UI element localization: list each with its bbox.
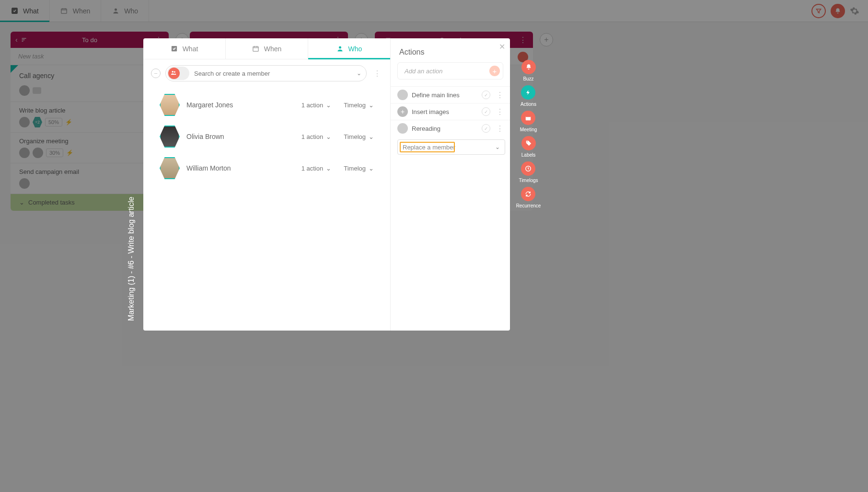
- modal-tab-when[interactable]: When: [226, 38, 308, 59]
- replace-placeholder: Replace a member: [403, 144, 455, 151]
- avatar: [160, 94, 180, 116]
- rail-timelogs[interactable]: Timelogs: [519, 161, 538, 183]
- avatar: [160, 126, 180, 148]
- action-label: Rereading: [412, 125, 440, 132]
- close-button[interactable]: ✕: [499, 42, 505, 51]
- chevron-down-icon[interactable]: ⌄: [357, 70, 361, 77]
- calendar-icon: [521, 111, 535, 125]
- timelog-dropdown[interactable]: Timelog⌄: [344, 133, 374, 140]
- complete-toggle[interactable]: ✓: [482, 124, 490, 133]
- rail-recurrence[interactable]: Recurrence: [516, 187, 541, 208]
- chevron-down-icon: ⌄: [326, 165, 331, 172]
- member-search[interactable]: ⌄: [165, 65, 367, 81]
- actions-panel: ✕ Actions Add an action + Define main li…: [391, 38, 510, 331]
- refresh-icon: [521, 187, 535, 201]
- member-row[interactable]: Margaret Jones 1 action⌄ Timelog⌄: [143, 89, 390, 121]
- avatar: [160, 157, 180, 179]
- task-modal: What When Who −: [143, 38, 510, 331]
- svg-point-7: [174, 71, 175, 73]
- timelog-dropdown[interactable]: Timelog⌄: [344, 165, 374, 172]
- bell-icon: [521, 60, 536, 74]
- search-menu[interactable]: ⋮: [371, 69, 382, 78]
- actions-dropdown[interactable]: 1 action⌄: [301, 102, 332, 109]
- timelog-dropdown[interactable]: Timelog⌄: [344, 102, 374, 109]
- action-menu[interactable]: ⋮: [494, 124, 505, 133]
- modal-tab-what[interactable]: What: [143, 38, 226, 59]
- complete-toggle[interactable]: ✓: [482, 91, 490, 99]
- group-toggle[interactable]: [167, 67, 189, 80]
- chevron-down-icon: ⌄: [369, 102, 374, 109]
- member-list: Margaret Jones 1 action⌄ Timelog⌄ Olivia…: [143, 87, 390, 186]
- chevron-down-icon: ⌄: [369, 133, 374, 140]
- modal-vertical-title: Marketing (1) - #6 - Write blog article: [127, 197, 136, 321]
- complete-toggle[interactable]: ✓: [482, 107, 490, 116]
- action-menu[interactable]: ⋮: [494, 91, 505, 100]
- svg-rect-9: [526, 116, 531, 117]
- action-menu[interactable]: ⋮: [494, 107, 505, 116]
- rail-label: Buzz: [523, 76, 533, 81]
- add-action-input[interactable]: Add an action +: [397, 62, 503, 80]
- action-label: Insert images: [412, 108, 449, 115]
- svg-point-6: [172, 71, 174, 73]
- actions-title: Actions: [391, 38, 510, 62]
- calendar-icon: [252, 45, 259, 52]
- member-row[interactable]: William Morton 1 action⌄ Timelog⌄: [143, 152, 390, 184]
- rail-buzz[interactable]: Buzz: [521, 60, 536, 81]
- assign-avatar[interactable]: +: [397, 106, 408, 117]
- group-icon: [170, 69, 177, 76]
- svg-point-5: [339, 46, 341, 49]
- rail-labels[interactable]: Labels: [521, 136, 536, 158]
- add-action-button[interactable]: +: [489, 66, 500, 76]
- svg-rect-4: [253, 46, 258, 51]
- actions-dropdown[interactable]: 1 action⌄: [301, 165, 332, 172]
- modal-tabs: What When Who: [143, 38, 390, 59]
- rail-label: Timelogs: [519, 178, 538, 183]
- avatar: [397, 123, 408, 134]
- modal-tab-who[interactable]: Who: [308, 38, 390, 59]
- actions-dropdown[interactable]: 1 action⌄: [301, 133, 332, 140]
- modal-who-panel: What When Who −: [143, 38, 391, 331]
- rail-actions[interactable]: Actions: [521, 85, 536, 107]
- member-name: William Morton: [186, 164, 289, 172]
- tag-icon: [521, 136, 536, 150]
- person-icon: [336, 45, 344, 52]
- tab-label: Who: [348, 45, 362, 53]
- rail-label: Meeting: [520, 127, 537, 132]
- member-search-row: − ⌄ ⋮: [143, 59, 390, 87]
- check-square-icon: [171, 45, 178, 52]
- avatar: [397, 90, 408, 100]
- replace-member-dropdown[interactable]: Replace a member ⌄: [397, 139, 505, 155]
- rail-label: Recurrence: [516, 203, 541, 208]
- collapse-button[interactable]: −: [151, 69, 161, 78]
- chevron-down-icon: ⌄: [495, 144, 500, 150]
- rail-label: Labels: [521, 152, 535, 158]
- rail-label: Actions: [521, 102, 536, 107]
- action-item[interactable]: Rereading ✓ ⋮: [391, 120, 510, 137]
- bolt-icon: [521, 85, 535, 100]
- action-label: Define main lines: [412, 92, 460, 99]
- action-item[interactable]: Define main lines ✓ ⋮: [391, 86, 510, 103]
- chevron-down-icon: ⌄: [369, 165, 374, 172]
- chevron-down-icon: ⌄: [326, 133, 331, 140]
- tab-label: What: [183, 45, 198, 53]
- svg-point-10: [527, 141, 528, 142]
- rail-meeting[interactable]: Meeting: [520, 111, 537, 132]
- search-input[interactable]: [189, 70, 357, 77]
- clock-icon: [521, 161, 535, 176]
- add-action-placeholder: Add an action: [405, 68, 443, 75]
- member-row[interactable]: Olivia Brown 1 action⌄ Timelog⌄: [143, 121, 390, 152]
- tab-label: When: [264, 45, 282, 53]
- member-name: Olivia Brown: [186, 133, 289, 140]
- chevron-down-icon: ⌄: [326, 102, 331, 109]
- member-name: Margaret Jones: [186, 101, 289, 109]
- action-item[interactable]: + Insert images ✓ ⋮: [391, 103, 510, 120]
- side-rail: Buzz Actions Meeting Labels Timelogs Rec…: [515, 60, 542, 208]
